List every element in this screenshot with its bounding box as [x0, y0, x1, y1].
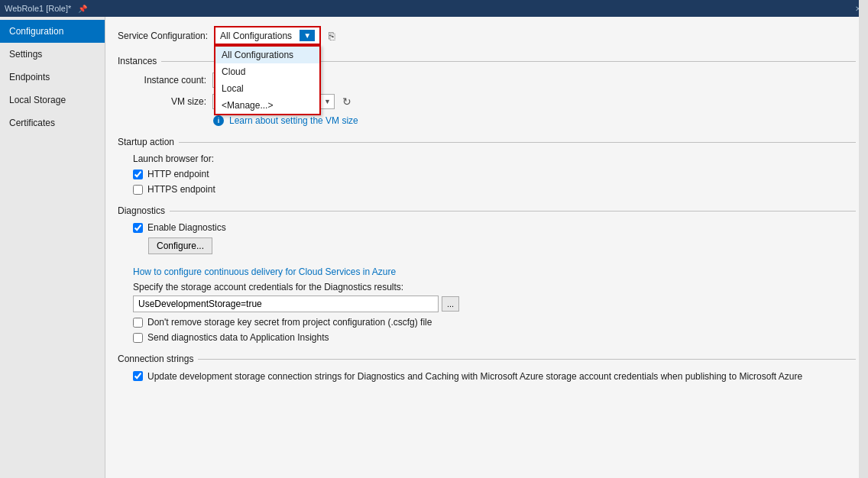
- diagnostics-section-header: Diagnostics: [118, 205, 856, 216]
- title-bar: WebRole1 [Role]* 📌 ✕: [0, 0, 868, 17]
- instance-count-label: Instance count:: [130, 75, 206, 86]
- launch-browser-label: Launch browser for:: [118, 153, 856, 164]
- menu-item-manage[interactable]: <Manage...>: [215, 97, 319, 114]
- enable-diagnostics-row: Enable Diagnostics: [118, 222, 856, 233]
- service-config-refresh-icon[interactable]: ⎘: [329, 30, 335, 42]
- enable-diagnostics-checkbox[interactable]: [133, 223, 143, 233]
- service-config-menu: All Configurations Cloud Local <Manage..…: [214, 45, 321, 115]
- send-insights-checkbox[interactable]: [133, 333, 143, 343]
- cloud-services-link[interactable]: How to configure continuous delivery for…: [118, 266, 856, 277]
- send-insights-row: Send diagnostics data to Application Ins…: [118, 332, 856, 343]
- no-remove-label: Don't remove storage key secret from pro…: [147, 317, 432, 328]
- storage-desc: Specify the storage account credentials …: [118, 282, 856, 292]
- https-endpoint-label: HTTPS endpoint: [147, 184, 215, 195]
- content-area: Service Configuration: All Configuration…: [105, 17, 868, 478]
- no-remove-checkbox[interactable]: [133, 318, 143, 328]
- info-icon: i: [213, 115, 224, 126]
- http-endpoint-row: HTTP endpoint: [118, 169, 856, 179]
- update-connection-strings-row: Update development storage connection st…: [118, 370, 856, 383]
- configure-button[interactable]: Configure...: [148, 237, 212, 254]
- learn-link-row: i Learn about setting the VM size: [118, 115, 856, 126]
- vm-size-label: VM size:: [130, 96, 206, 107]
- update-connection-strings-checkbox[interactable]: [133, 371, 143, 381]
- service-config-dropdown[interactable]: All Configurations ▼: [214, 26, 321, 45]
- http-endpoint-label: HTTP endpoint: [147, 169, 209, 179]
- connection-strings-section-header: Connection strings: [118, 354, 856, 364]
- storage-input[interactable]: [133, 296, 439, 312]
- storage-input-row: ...: [118, 296, 856, 312]
- vm-size-arrow-icon: ▼: [324, 98, 331, 105]
- service-config-selected: All Configurations: [220, 31, 292, 41]
- sidebar-item-local-storage[interactable]: Local Storage: [0, 89, 105, 111]
- scrollbar[interactable]: [859, 0, 868, 478]
- title-bar-text: WebRole1 [Role]*: [5, 4, 71, 13]
- sidebar: Configuration Settings Endpoints Local S…: [0, 17, 105, 478]
- send-insights-label: Send diagnostics data to Application Ins…: [147, 332, 329, 343]
- sidebar-item-settings[interactable]: Settings: [0, 43, 105, 66]
- https-endpoint-checkbox[interactable]: [133, 185, 143, 195]
- menu-item-all-configurations[interactable]: All Configurations: [215, 47, 319, 63]
- dropdown-arrow-icon: ▼: [300, 30, 315, 41]
- learn-vm-size-link[interactable]: Learn about setting the VM size: [229, 115, 358, 126]
- sidebar-item-configuration[interactable]: Configuration: [0, 20, 105, 43]
- update-connection-strings-label: Update development storage connection st…: [147, 370, 802, 383]
- service-config-label: Service Configuration:: [118, 31, 208, 41]
- http-endpoint-checkbox[interactable]: [133, 170, 143, 179]
- menu-item-local[interactable]: Local: [215, 80, 319, 97]
- browse-button[interactable]: ...: [442, 296, 459, 312]
- enable-diagnostics-label: Enable Diagnostics: [147, 222, 226, 233]
- service-config-row: Service Configuration: All Configuration…: [118, 26, 856, 45]
- sidebar-item-certificates[interactable]: Certificates: [0, 111, 105, 134]
- sidebar-item-endpoints[interactable]: Endpoints: [0, 66, 105, 89]
- menu-item-cloud[interactable]: Cloud: [215, 63, 319, 80]
- startup-section-header: Startup action: [118, 137, 856, 147]
- pin-icon[interactable]: 📌: [76, 4, 89, 14]
- service-config-dropdown-wrapper: All Configurations ▼ All Configurations …: [214, 26, 321, 45]
- https-endpoint-row: HTTPS endpoint: [118, 184, 856, 195]
- no-remove-row: Don't remove storage key secret from pro…: [118, 317, 856, 328]
- main-container: Configuration Settings Endpoints Local S…: [0, 17, 868, 478]
- vm-refresh-icon[interactable]: ↻: [342, 95, 351, 108]
